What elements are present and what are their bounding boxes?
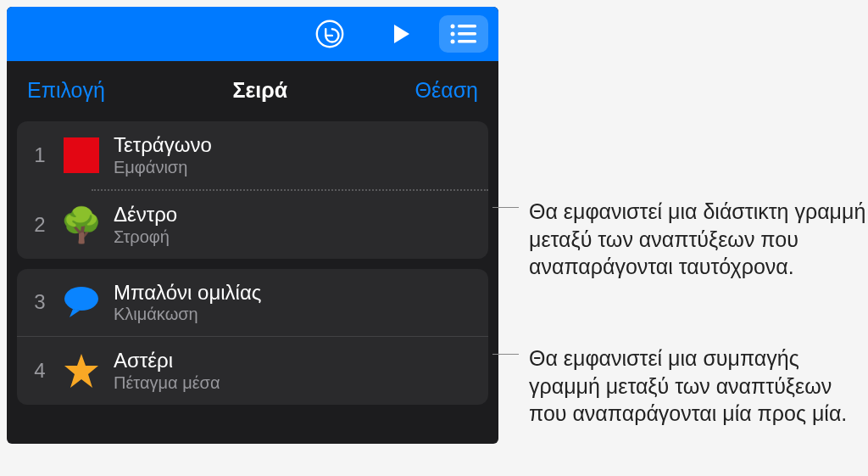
list-item[interactable]: 4 Αστέρι Πέταγμα μέσα (17, 337, 488, 405)
list-item[interactable]: 2 🌳 Δέντρο Στροφή (17, 191, 488, 259)
item-subtitle: Στροφή (114, 227, 478, 247)
build-order-list-button[interactable] (439, 15, 488, 53)
toolbar (7, 7, 498, 61)
item-title: Τετράγωνο (114, 133, 478, 158)
item-subtitle: Πέταγμα μέσα (114, 373, 478, 393)
undo-icon[interactable] (314, 18, 346, 50)
item-text: Αστέρι Πέταγμα μέσα (114, 349, 478, 393)
animation-order-panel: Επιλογή Σειρά Θέαση 1 Τετράγωνο Εμφάνιση… (7, 7, 498, 444)
item-number: 1 (27, 143, 53, 167)
list-icon (449, 23, 478, 45)
list-item[interactable]: 3 Μπαλόνι ομιλίας Κλιμάκωση (17, 269, 488, 337)
items-group-2: 3 Μπαλόνι ομιλίας Κλιμάκωση 4 Αστέρι (17, 269, 488, 406)
callout-solid: Θα εμφανιστεί μια συμπαγής γραμμή μεταξύ… (492, 344, 868, 428)
items-group-1: 1 Τετράγωνο Εμφάνιση 2 🌳 Δέντρο Στροφή (17, 121, 488, 259)
item-title: Δέντρο (114, 203, 478, 227)
selection-button[interactable]: Επιλογή (27, 78, 105, 103)
item-text: Τετράγωνο Εμφάνιση (114, 133, 478, 177)
play-icon[interactable] (388, 21, 414, 47)
square-icon (63, 137, 100, 174)
tree-icon: 🌳 (63, 206, 100, 244)
callout-line (492, 207, 519, 208)
item-number: 3 (27, 290, 53, 314)
item-title: Αστέρι (114, 349, 478, 373)
speech-bubble-icon (63, 283, 100, 321)
svg-rect-2 (458, 25, 476, 28)
star-icon (63, 352, 100, 389)
list-item[interactable]: 1 Τετράγωνο Εμφάνιση (17, 121, 488, 189)
item-title: Μπαλόνι ομιλίας (114, 281, 478, 305)
svg-point-3 (451, 32, 455, 36)
subheader: Επιλογή Σειρά Θέαση (7, 61, 498, 121)
svg-point-5 (451, 40, 455, 44)
callout-line (492, 354, 519, 355)
item-text: Δέντρο Στροφή (114, 203, 478, 247)
preview-button[interactable]: Θέαση (415, 78, 478, 103)
svg-rect-6 (458, 40, 476, 43)
item-number: 2 (27, 213, 53, 237)
callout-dotted: Θα εμφανιστεί μια διάστικτη γραμμή μεταξ… (492, 198, 868, 281)
svg-rect-4 (458, 32, 476, 36)
item-number: 4 (27, 359, 53, 383)
svg-point-7 (64, 287, 98, 311)
callout-text: Θα εμφανιστεί μια διάστικτη γραμμή μεταξ… (529, 198, 868, 281)
item-text: Μπαλόνι ομιλίας Κλιμάκωση (114, 281, 478, 325)
panel-title: Σειρά (232, 78, 287, 103)
item-subtitle: Εμφάνιση (114, 158, 478, 177)
callout-text: Θα εμφανιστεί μια συμπαγής γραμμή μεταξύ… (529, 344, 868, 428)
svg-point-1 (451, 25, 455, 29)
item-subtitle: Κλιμάκωση (114, 305, 478, 324)
